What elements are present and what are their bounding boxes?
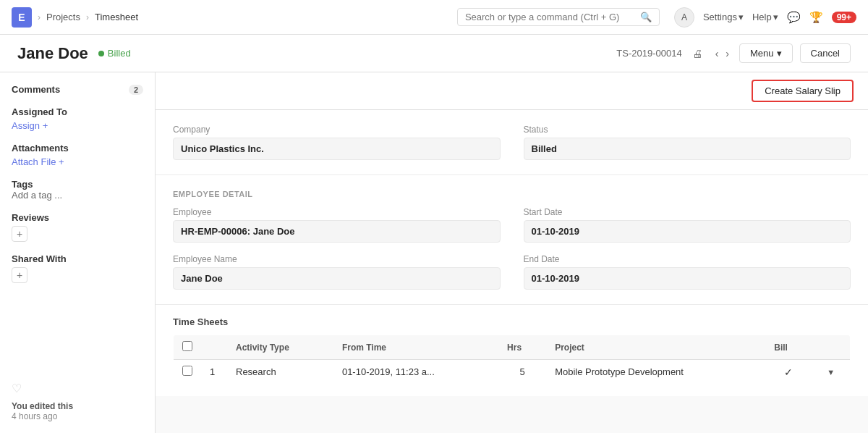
main-content: Create Salary Slip Company Unico Plastic…	[156, 72, 868, 433]
timesheets-label: Time Sheets	[173, 316, 851, 327]
status-label: Status	[524, 125, 851, 135]
employee-section: EMPLOYEE DETAIL Employee HR-EMP-00006: J…	[156, 175, 868, 305]
th-activity-type: Activity Type	[227, 335, 333, 360]
th-num	[201, 335, 227, 360]
row-project: Mobile Prototype Development	[546, 360, 765, 384]
search-bar[interactable]: 🔍	[457, 8, 660, 26]
assign-link[interactable]: Assign +	[12, 120, 143, 131]
tags-label: Tags	[12, 179, 143, 190]
reviews-label: Reviews	[12, 212, 143, 223]
th-bill: Bill	[765, 335, 812, 360]
row-hrs: 5	[498, 360, 546, 384]
end-date-label: End Date	[524, 254, 851, 264]
sidebar: Comments 2 Assigned To Assign + Attachme…	[0, 72, 156, 433]
search-icon: 🔍	[640, 12, 652, 22]
timesheets-table: Activity Type From Time Hrs Project Bill…	[173, 335, 851, 384]
sidebar-attachments: Attachments Attach File +	[12, 143, 143, 167]
assigned-to-label: Assigned To	[12, 106, 143, 117]
employee-name-field: Employee Name Jane Doe	[173, 254, 501, 290]
employee-label: Employee	[173, 207, 501, 217]
row-checkbox-cell	[174, 360, 202, 384]
th-from-time: From Time	[333, 335, 498, 360]
trophy-icon[interactable]: 🏆	[809, 11, 823, 24]
sidebar-tags: Tags Add a tag ...	[12, 179, 143, 201]
top-nav: E › Projects › Timesheet 🔍 A Settings ▾ …	[0, 0, 868, 35]
th-project: Project	[546, 335, 765, 360]
end-date-value: 01-10-2019	[524, 267, 851, 290]
nav-actions: A Settings ▾ Help ▾ 💬 🏆 99+	[674, 7, 856, 28]
employee-name-value: Jane Doe	[173, 267, 501, 290]
heart-icon[interactable]: ♡	[12, 382, 143, 395]
help-button[interactable]: Help ▾	[752, 12, 778, 22]
menu-button[interactable]: Menu ▾	[739, 43, 793, 63]
sidebar-assigned-to: Assigned To Assign +	[12, 106, 143, 131]
comments-badge: 2	[129, 85, 143, 95]
row-dropdown[interactable]: ▼	[812, 360, 850, 384]
prev-arrow-icon[interactable]: ‹	[712, 45, 722, 62]
reviews-controls: +	[12, 226, 143, 242]
sidebar-comments: Comments 2	[12, 84, 143, 95]
table-header-row: Activity Type From Time Hrs Project Bill	[174, 335, 851, 360]
settings-chevron-icon: ▾	[739, 12, 744, 22]
row-bill: ✓	[765, 360, 812, 384]
end-date-field: End Date 01-10-2019	[524, 254, 851, 290]
timesheets-section: Time Sheets Activity Type From Time Hrs …	[156, 305, 868, 396]
row-from-time: 01-10-2019, 11:23 a...	[333, 360, 498, 384]
status-dot	[98, 51, 104, 56]
employee-form-grid: Employee HR-EMP-00006: Jane Doe Start Da…	[173, 207, 851, 290]
search-input[interactable]	[465, 12, 637, 22]
next-arrow-icon[interactable]: ›	[723, 45, 732, 62]
company-label: Company	[173, 125, 501, 135]
company-form-grid: Company Unico Plastics Inc. Status Bille…	[173, 125, 851, 160]
employee-field: Employee HR-EMP-00006: Jane Doe	[173, 207, 501, 243]
add-review-button[interactable]: +	[12, 226, 27, 242]
add-shared-button[interactable]: +	[12, 267, 27, 283]
status-field: Status Billed	[524, 125, 851, 160]
company-value: Unico Plastics Inc.	[173, 138, 501, 160]
table-body: 1 Research 01-10-2019, 11:23 a... 5 Mobi…	[174, 360, 851, 384]
cancel-button[interactable]: Cancel	[800, 43, 851, 63]
sidebar-bottom: ♡ You edited this 4 hours ago	[12, 382, 143, 421]
breadcrumb-chevron-1: ›	[38, 12, 41, 22]
chat-icon[interactable]: 💬	[787, 11, 801, 24]
select-all-checkbox[interactable]	[182, 341, 192, 351]
sidebar-shared-with: Shared With +	[12, 253, 143, 283]
employee-name-label: Employee Name	[173, 254, 501, 264]
breadcrumb-chevron-2: ›	[86, 12, 89, 22]
company-section: Company Unico Plastics Inc. Status Bille…	[156, 110, 868, 175]
print-icon[interactable]: 🖨	[689, 45, 705, 62]
notification-badge[interactable]: 99+	[832, 12, 856, 23]
row-dropdown-icon[interactable]: ▼	[827, 368, 835, 377]
employee-section-header: EMPLOYEE DETAIL	[173, 190, 851, 198]
breadcrumb-projects[interactable]: Projects	[46, 12, 80, 22]
settings-button[interactable]: Settings ▾	[703, 12, 744, 22]
row-activity-type: Research	[227, 360, 333, 384]
add-tag-placeholder[interactable]: Add a tag ...	[12, 190, 62, 201]
sidebar-reviews: Reviews +	[12, 212, 143, 242]
attachments-label: Attachments	[12, 143, 143, 154]
edit-info: You edited this 4 hours ago	[12, 401, 143, 421]
document-id: TS-2019-00014	[616, 48, 681, 59]
avatar: A	[674, 7, 694, 28]
start-date-label: Start Date	[524, 207, 851, 217]
create-salary-slip-button[interactable]: Create Salary Slip	[752, 80, 854, 102]
attach-file-link[interactable]: Attach File +	[12, 156, 143, 167]
page-header: Jane Doe Billed TS-2019-00014 🖨 ‹ › Menu…	[0, 35, 868, 72]
row-checkbox[interactable]	[182, 366, 192, 376]
shared-with-label: Shared With	[12, 253, 143, 264]
breadcrumb-timesheet[interactable]: Timesheet	[95, 12, 138, 22]
menu-chevron-icon: ▾	[777, 48, 782, 59]
page-title: Jane Doe	[17, 44, 88, 63]
shared-with-controls: +	[12, 267, 143, 283]
th-hrs: Hrs	[498, 335, 546, 360]
app-icon: E	[12, 7, 32, 28]
th-actions	[812, 335, 850, 360]
bill-checkmark-icon: ✓	[784, 366, 793, 378]
th-checkbox	[174, 335, 202, 360]
status-value: Billed	[524, 138, 851, 160]
status-badge: Billed	[98, 48, 131, 59]
comments-label: Comments 2	[12, 84, 143, 95]
start-date-value: 01-10-2019	[524, 220, 851, 243]
navigation-arrows: ‹ ›	[712, 45, 732, 62]
employee-value: HR-EMP-00006: Jane Doe	[173, 220, 501, 243]
